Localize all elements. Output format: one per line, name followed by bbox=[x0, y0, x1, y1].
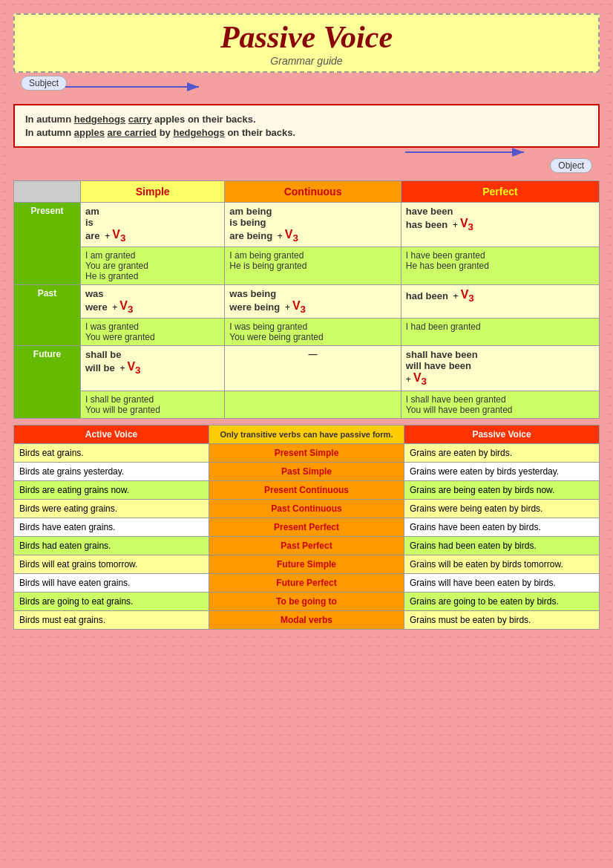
voice-active-cell: Birds ate grains yesterday. bbox=[14, 462, 209, 480]
th-simple: Simple bbox=[81, 181, 225, 203]
voice-passive-cell: Grains must be eaten by birds. bbox=[404, 610, 600, 629]
voice-active-cell: Birds will have eaten grains. bbox=[14, 573, 209, 592]
voice-tense-cell: Future Perfect bbox=[209, 573, 404, 592]
voice-active-cell: Birds are going to eat grains. bbox=[14, 592, 209, 610]
voice-table: Active Voice Only transitive verbs can h… bbox=[13, 425, 600, 630]
voice-active-cell: Birds were eating grains. bbox=[14, 499, 209, 518]
voice-active-cell: Birds will eat grains tomorrow. bbox=[14, 555, 209, 573]
past-continuous-examples: I was being grantedYou were being grante… bbox=[225, 319, 401, 346]
past-simple-formula: waswere + V3 bbox=[81, 285, 225, 319]
past-continuous-formula: was beingwere being + V3 bbox=[225, 285, 401, 319]
voice-tense-cell: Past Continuous bbox=[209, 499, 404, 518]
tense-past: Past bbox=[14, 285, 81, 346]
voice-tense-cell: Modal verbs bbox=[209, 610, 404, 629]
grammar-table: Simple Continuous Perfect Present amisar… bbox=[13, 180, 600, 419]
voice-passive-cell: Grains are eaten by birds. bbox=[404, 443, 600, 462]
voice-passive-cell: Grains were eaten by birds yesterday. bbox=[404, 462, 600, 480]
voice-tense-cell: Future Simple bbox=[209, 555, 404, 573]
voice-passive-cell: Grains were being eaten by birds. bbox=[404, 499, 600, 518]
voice-passive-cell: Grains are being eaten by birds now. bbox=[404, 480, 600, 499]
example-sentence-1: In autumn hedgehogs carry apples on thei… bbox=[25, 114, 588, 125]
object-label: Object bbox=[550, 158, 592, 173]
page-title: Passive Voice bbox=[22, 19, 591, 55]
example-sentence-2: In autumn apples are carried by hedgehog… bbox=[25, 127, 588, 138]
voice-active-cell: Birds must eat grains. bbox=[14, 610, 209, 629]
voice-table-row: Birds will have eaten grains. Future Per… bbox=[14, 573, 600, 592]
voice-header-passive: Passive Voice bbox=[404, 425, 600, 443]
present-simple-formula: amisare + V3 bbox=[81, 203, 225, 247]
subject-arrow bbox=[65, 79, 214, 94]
voice-tense-cell: Present Continuous bbox=[209, 480, 404, 499]
future-continuous-dash: — bbox=[225, 346, 401, 391]
voice-tense-cell: Past Perfect bbox=[209, 536, 404, 555]
voice-tense-cell: Past Simple bbox=[209, 462, 404, 480]
tense-future: Future bbox=[14, 346, 81, 418]
future-simple-examples: I shall be grantedYou will be granted bbox=[81, 391, 225, 418]
voice-passive-cell: Grains are going to be eaten by birds. bbox=[404, 592, 600, 610]
voice-passive-cell: Grains have been eaten by birds. bbox=[404, 518, 600, 536]
voice-table-row: Birds ate grains yesterday. Past Simple … bbox=[14, 462, 600, 480]
future-perfect-examples: I shall have been grantedYou will have b… bbox=[401, 391, 599, 418]
voice-active-cell: Birds had eaten grains. bbox=[14, 536, 209, 555]
past-perfect-examples: I had been granted bbox=[401, 319, 599, 346]
present-perfect-examples: I have been grantedHe has been granted bbox=[401, 247, 599, 285]
voice-table-row: Birds had eaten grains. Past Perfect Gra… bbox=[14, 536, 600, 555]
voice-active-cell: Birds eat grains. bbox=[14, 443, 209, 462]
voice-header-active: Active Voice bbox=[14, 425, 209, 443]
voice-passive-cell: Grains will have been eaten by birds. bbox=[404, 573, 600, 592]
tense-present: Present bbox=[14, 203, 81, 285]
future-perfect-formula: shall have beenwill have been + V3 bbox=[401, 346, 599, 391]
present-continuous-formula: am beingis beingare being + V3 bbox=[225, 203, 401, 247]
present-continuous-examples: I am being grantedHe is being granted bbox=[225, 247, 401, 285]
voice-passive-cell: Grains will be eaten by birds tomorrow. bbox=[404, 555, 600, 573]
subject-label: Subject bbox=[21, 76, 67, 91]
voice-active-cell: Birds are eating grains now. bbox=[14, 480, 209, 499]
voice-table-row: Birds were eating grains. Past Continuou… bbox=[14, 499, 600, 518]
voice-passive-cell: Grains had been eaten by birds. bbox=[404, 536, 600, 555]
future-continuous-examples bbox=[225, 391, 401, 418]
example-box: In autumn hedgehogs carry apples on thei… bbox=[13, 104, 600, 148]
voice-table-row: Birds will eat grains tomorrow. Future S… bbox=[14, 555, 600, 573]
voice-table-row: Birds must eat grains. Modal verbs Grain… bbox=[14, 610, 600, 629]
voice-tense-cell: To be going to bbox=[209, 592, 404, 610]
present-perfect-formula: have beenhas been + V3 bbox=[401, 203, 599, 247]
title-box: Passive Voice Grammar guide bbox=[13, 13, 600, 73]
future-simple-formula: shall bewill be + V3 bbox=[81, 346, 225, 391]
present-simple-examples: I am grantedYou are grantedHe is granted bbox=[81, 247, 225, 285]
past-simple-examples: I was grantedYou were granted bbox=[81, 319, 225, 346]
page-subtitle: Grammar guide bbox=[22, 55, 591, 67]
voice-table-row: Birds are going to eat grains. To be goi… bbox=[14, 592, 600, 610]
voice-table-row: Birds eat grains. Present Simple Grains … bbox=[14, 443, 600, 462]
th-blank bbox=[14, 181, 81, 203]
page-wrapper: Passive Voice Grammar guide Subject In a… bbox=[7, 7, 606, 636]
past-perfect-formula: had been + V3 bbox=[401, 285, 599, 319]
voice-header-note: Only transitive verbs can have passive f… bbox=[209, 425, 404, 443]
voice-tense-cell: Present Simple bbox=[209, 443, 404, 462]
voice-active-cell: Birds have eaten grains. bbox=[14, 518, 209, 536]
voice-table-row: Birds are eating grains now. Present Con… bbox=[14, 480, 600, 499]
th-continuous: Continuous bbox=[225, 181, 401, 203]
voice-tense-cell: Present Perfect bbox=[209, 518, 404, 536]
voice-table-row: Birds have eaten grains. Present Perfect… bbox=[14, 518, 600, 536]
th-perfect: Perfect bbox=[401, 181, 599, 203]
